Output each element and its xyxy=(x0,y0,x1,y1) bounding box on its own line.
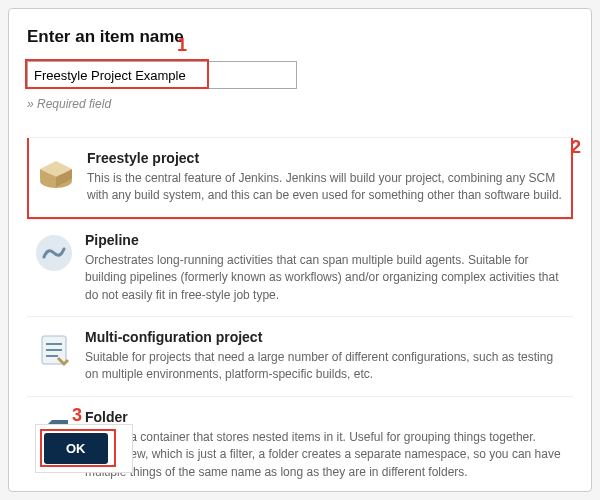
option-text: Pipeline Orchestrates long-running activ… xyxy=(85,232,567,304)
option-freestyle-project[interactable]: Freestyle project This is the central fe… xyxy=(27,138,573,219)
option-pipeline[interactable]: Pipeline Orchestrates long-running activ… xyxy=(27,219,573,316)
multiconfig-icon xyxy=(33,329,75,371)
option-desc: Suitable for projects that need a large … xyxy=(85,349,567,384)
option-title: Folder xyxy=(85,409,567,425)
option-title: Multi-configuration project xyxy=(85,329,567,345)
ok-bar: 3 OK xyxy=(35,424,133,473)
new-item-panel: Enter an item name 1 » Required field 2 … xyxy=(8,8,592,492)
ok-button[interactable]: OK xyxy=(44,433,108,464)
option-title: Pipeline xyxy=(85,232,567,248)
option-text: Multi-configuration project Suitable for… xyxy=(85,329,567,384)
option-text: Freestyle project This is the central fe… xyxy=(87,150,565,205)
page-title: Enter an item name xyxy=(27,27,573,47)
item-name-input[interactable] xyxy=(27,61,297,89)
option-desc: This is the central feature of Jenkins. … xyxy=(87,170,565,205)
option-text: Folder Creates a container that stores n… xyxy=(85,409,567,481)
item-name-row: 1 xyxy=(27,61,573,89)
required-field-label: » Required field xyxy=(27,97,573,111)
option-desc: Orchestrates long-running activities tha… xyxy=(85,252,567,304)
option-multi-configuration[interactable]: Multi-configuration project Suitable for… xyxy=(27,316,573,396)
box-icon xyxy=(35,150,77,192)
option-title: Freestyle project xyxy=(87,150,565,166)
pipeline-icon xyxy=(33,232,75,274)
option-desc: Creates a container that stores nested i… xyxy=(85,429,567,481)
